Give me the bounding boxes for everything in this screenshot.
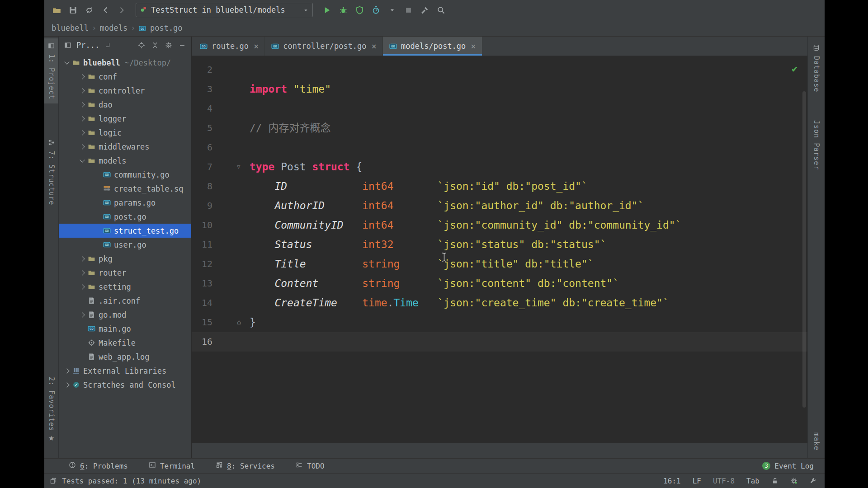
inspections-ok-icon[interactable]: ✔ xyxy=(791,60,798,79)
build-hammer-icon[interactable] xyxy=(418,3,431,17)
line-number[interactable]: 2 xyxy=(192,60,212,80)
line-number[interactable]: 6 xyxy=(192,138,212,157)
line-number[interactable]: 16 xyxy=(192,332,212,352)
run-config-select[interactable]: TestStruct in bluebell/models xyxy=(136,3,313,17)
toolwindow-button-todo[interactable]: TODO xyxy=(296,461,325,470)
chevron-open-icon[interactable] xyxy=(78,158,87,163)
line-number[interactable]: 7 xyxy=(192,157,212,177)
tree-item-community.go[interactable]: GOcommunity.go xyxy=(59,168,191,182)
project-view-title[interactable]: Pr... xyxy=(76,41,99,50)
profiler-icon[interactable] xyxy=(369,3,382,17)
line-number[interactable]: 9 xyxy=(192,196,212,216)
caret-position[interactable]: 16:1 xyxy=(663,477,681,485)
close-tab-icon[interactable]: × xyxy=(471,41,476,51)
collapse-all-icon[interactable] xyxy=(150,40,160,50)
tree-item-models[interactable]: models xyxy=(59,154,191,168)
tree-item-logic[interactable]: logic xyxy=(59,126,191,140)
gear-icon[interactable] xyxy=(164,40,174,50)
close-tab-icon[interactable]: × xyxy=(254,41,259,51)
tree-item-web_app.log[interactable]: web_app.log xyxy=(59,350,191,364)
editor-tab-controller/post.go[interactable]: GOcontroller/post.go× xyxy=(265,37,383,56)
chevron-closed-icon[interactable] xyxy=(78,131,87,135)
tool-button-favorites[interactable]: 2: Favorites ★ xyxy=(44,373,58,446)
toolwindow-button-6-problems[interactable]: 6: Problems xyxy=(69,461,128,470)
breadcrumb-item[interactable]: models xyxy=(100,23,127,33)
tree-item-Scratches and Consol[interactable]: Scratches and Consol xyxy=(59,378,191,392)
tree-item-go.mod[interactable]: go.mod xyxy=(59,308,191,322)
chevron-closed-icon[interactable] xyxy=(62,369,71,373)
tree-item-user.go[interactable]: GOuser.go xyxy=(59,238,191,252)
line-ending[interactable]: LF xyxy=(693,477,701,485)
back-icon[interactable] xyxy=(99,3,112,17)
line-number[interactable]: 11 xyxy=(192,235,212,254)
chevron-closed-icon[interactable] xyxy=(78,103,87,107)
open-folder-icon[interactable] xyxy=(50,3,63,17)
chevron-closed-icon[interactable] xyxy=(78,145,87,149)
line-number[interactable]: 14 xyxy=(192,293,212,313)
scrollbar-thumb[interactable] xyxy=(802,91,806,408)
line-number[interactable]: 3 xyxy=(192,80,212,99)
locate-file-icon[interactable] xyxy=(137,40,146,50)
tree-item-create_table.sq[interactable]: create_table.sq xyxy=(59,182,191,196)
unlock-icon[interactable] xyxy=(771,477,778,484)
tool-button-structure[interactable]: 7: Structure xyxy=(44,135,58,209)
event-log-button[interactable]: 3 Event Log xyxy=(762,462,814,470)
tree-item-.air.conf[interactable]: .air.conf xyxy=(59,294,191,308)
editor-tab-route.go[interactable]: GOroute.go× xyxy=(193,37,265,56)
run-icon[interactable] xyxy=(320,3,334,17)
tree-item-conf[interactable]: conf xyxy=(59,70,191,84)
editor-tab-models/post.go[interactable]: GOmodels/post.go× xyxy=(383,37,482,56)
toolwindow-toggle-icon[interactable] xyxy=(50,477,57,484)
indent-style[interactable]: Tab xyxy=(746,477,760,485)
chevron-closed-icon[interactable] xyxy=(78,271,87,275)
tree-item-main.go[interactable]: GOmain.go xyxy=(59,322,191,336)
hide-panel-icon[interactable] xyxy=(177,40,187,50)
tree-item-middlewares[interactable]: middlewares xyxy=(59,140,191,154)
chevron-open-icon[interactable] xyxy=(62,60,71,65)
line-number[interactable]: 4 xyxy=(192,99,212,118)
tree-item-bluebell[interactable]: bluebell~/Desktop/ xyxy=(59,56,191,70)
sync-icon[interactable] xyxy=(82,3,96,17)
line-number[interactable]: 5 xyxy=(192,118,212,138)
screwdriver-icon[interactable] xyxy=(809,477,816,484)
chevron-closed-icon[interactable] xyxy=(78,75,87,79)
chevron-closed-icon[interactable] xyxy=(78,117,87,121)
chevron-closed-icon[interactable] xyxy=(78,313,87,317)
file-encoding[interactable]: UTF-8 xyxy=(713,477,735,485)
tree-item-dao[interactable]: dao xyxy=(59,98,191,112)
tool-button-make[interactable]: make xyxy=(808,428,825,455)
editor[interactable]: 23import "time"45// 内存对齐概念67▿type Post s… xyxy=(192,56,807,443)
breadcrumb-item[interactable]: bluebell xyxy=(52,23,89,33)
tool-button-json-parser[interactable]: Json Parser xyxy=(808,116,825,174)
close-tab-icon[interactable]: × xyxy=(372,41,377,51)
line-number[interactable]: 15 xyxy=(192,313,212,332)
editor-scrollbar[interactable] xyxy=(801,56,807,443)
tree-item-Makefile[interactable]: Makefile xyxy=(59,336,191,350)
tree-item-controller[interactable]: controller xyxy=(59,84,191,98)
search-icon[interactable] xyxy=(434,3,448,17)
line-number[interactable]: 13 xyxy=(192,274,212,293)
gear-icon[interactable] xyxy=(790,477,797,484)
tree-item-post.go[interactable]: GOpost.go xyxy=(59,210,191,224)
tree-item-External Libraries[interactable]: External Libraries xyxy=(59,364,191,378)
stop-icon[interactable] xyxy=(401,3,415,17)
chevron-closed-icon[interactable] xyxy=(78,285,87,289)
toolwindow-button-8-services[interactable]: 8: Services xyxy=(216,461,275,470)
tool-button-project[interactable]: 1: Project xyxy=(44,38,58,103)
tree-item-pkg[interactable]: pkg xyxy=(59,252,191,266)
chevron-closed-icon[interactable] xyxy=(78,89,87,93)
tree-item-params.go[interactable]: GOparams.go xyxy=(59,196,191,210)
toolwindow-button-terminal[interactable]: Terminal xyxy=(149,461,195,470)
chevron-closed-icon[interactable] xyxy=(62,383,71,387)
run-more-icon[interactable] xyxy=(385,3,399,17)
tree-item-router[interactable]: router xyxy=(59,266,191,280)
tool-button-database[interactable]: Database xyxy=(808,40,825,96)
tree-item-struct_test.go[interactable]: GOstruct_test.go xyxy=(59,224,191,238)
line-number[interactable]: 8 xyxy=(192,177,212,196)
tree-item-logger[interactable]: logger xyxy=(59,112,191,126)
debug-icon[interactable] xyxy=(336,3,350,17)
fold-marker-icon[interactable]: ⌂ xyxy=(237,313,241,332)
breadcrumb-item[interactable]: post.go xyxy=(150,23,183,33)
coverage-icon[interactable] xyxy=(353,3,366,17)
line-number[interactable]: 10 xyxy=(192,216,212,235)
